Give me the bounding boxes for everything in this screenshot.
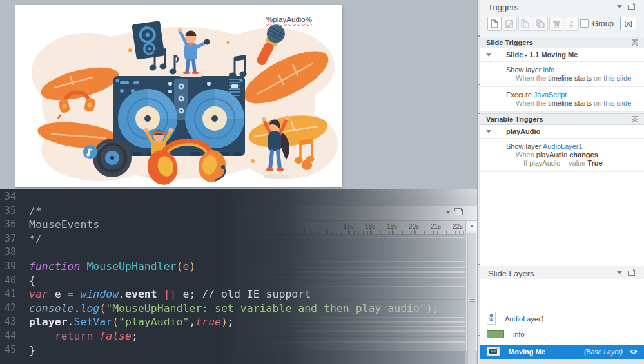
layer-thumbnail (487, 347, 500, 356)
turntable-left (118, 89, 177, 148)
line-number: 34 (0, 190, 19, 204)
variable-trigger-group-row[interactable]: playAudio (480, 125, 644, 139)
code-line[interactable]: 43player.SetVar("playAudio",true); (0, 315, 477, 329)
code-lines: 3435/*36MouseEvents37*/3839function Mous… (0, 190, 477, 357)
line-number: 36 (0, 218, 19, 232)
trigger-item[interactable]: Show layer AudioLayer1When playAudio cha… (480, 139, 644, 172)
trigger-item[interactable]: Execute JavaScriptWhen the timeline star… (480, 87, 644, 112)
chevron-down-icon[interactable] (617, 271, 622, 274)
code-line[interactable]: 37*/ (0, 232, 477, 246)
line-number: 41 (0, 287, 19, 302)
trigger-item[interactable]: Show layer infoWhen the timeline starts … (480, 62, 644, 87)
trigger-text: playAudio (529, 159, 560, 167)
trigger-text: on (592, 74, 603, 82)
layer-name: info (513, 330, 525, 338)
code-line[interactable]: 45} (0, 343, 477, 358)
trigger-text: changes (569, 151, 598, 158)
trigger-text: When (516, 151, 536, 158)
code-line[interactable]: 38 (0, 245, 477, 260)
float-panel-icon[interactable] (628, 4, 635, 10)
code-line[interactable]: 44 return false; (0, 329, 477, 343)
layer-thumbnail (487, 330, 504, 338)
storyline-app: %playAudio% 17s18s19s20s21s22s (0, 0, 644, 364)
collapse-all-icon[interactable] (631, 39, 638, 46)
line-number: 40 (0, 274, 19, 288)
trigger-link[interactable]: this slide (603, 74, 631, 82)
slide-trigger-group-row[interactable]: Slide - 1.1 Moving Me (480, 48, 644, 62)
trigger-text: If (523, 159, 529, 167)
layer-name: Moving Me (509, 348, 545, 356)
group-checkbox-label: Group (592, 19, 614, 28)
slide-stage: %playAudio% 17s18s19s20s21s22s (0, 0, 480, 364)
line-number: 44 (0, 329, 19, 343)
javascript-editor[interactable]: 3435/*36MouseEvents37*/3839function Mous… (0, 189, 477, 364)
trigger-text: When the (516, 74, 548, 82)
triggers-panel-title: Triggers (488, 3, 518, 12)
copy-trigger-button[interactable] (518, 17, 532, 31)
slide-triggers-section-header[interactable]: Slide Triggers (480, 37, 644, 48)
layer-row-audiolayer1[interactable]: AudioLayer1 (480, 311, 644, 327)
paste-trigger-button[interactable] (534, 17, 548, 31)
reorder-trigger-button[interactable] (565, 17, 579, 31)
collapse-triangle-icon[interactable] (486, 53, 491, 57)
line-number: 39 (0, 260, 19, 274)
code-line[interactable]: 39function MouseUpHandler(e) (0, 260, 477, 274)
trigger-text: When the (516, 99, 548, 107)
code-line[interactable]: 35/* (0, 204, 477, 218)
new-trigger-button[interactable] (487, 17, 502, 31)
trigger-link[interactable]: JavaScript (534, 91, 567, 99)
layer-thumbnail (487, 312, 496, 325)
trigger-text: Show layer (506, 66, 543, 73)
trigger-text: Show layer (506, 142, 543, 150)
triggers-panel-header: Triggers (480, 0, 644, 14)
trigger-text: = value (561, 159, 588, 167)
trigger-link[interactable]: this slide (603, 99, 631, 107)
layer-name: AudioLayer1 (505, 315, 545, 323)
layer-row-info[interactable]: info (480, 327, 644, 342)
layer-row-moving-me[interactable]: Moving Me(Base Layer) (480, 345, 644, 359)
trigger-link[interactable]: AudioLayer1 (543, 142, 583, 150)
code-line[interactable]: 42console.log("MouseUpHandler: set varia… (0, 302, 477, 316)
trigger-text: timeline starts (548, 74, 592, 82)
triggers-toolbar: Group [x] (480, 14, 644, 37)
line-number: 35 (0, 204, 19, 218)
code-line[interactable]: 40{ (0, 274, 477, 288)
code-line[interactable]: 34 (0, 190, 477, 204)
line-number: 38 (0, 245, 19, 260)
line-number: 43 (0, 315, 19, 329)
blue-note-badge (83, 145, 97, 159)
slide-layers-title: Slide Layers (488, 269, 534, 278)
code-line[interactable]: 41var e = window.event || e; // old IE s… (0, 287, 477, 302)
chevron-down-icon[interactable] (617, 5, 622, 8)
code-line[interactable]: 36MouseEvents (0, 218, 477, 232)
eye-icon[interactable] (629, 349, 638, 355)
slide-triggers-list: Show layer infoWhen the timeline starts … (480, 62, 644, 112)
trigger-text: playAudio (536, 151, 567, 158)
variable-triggers-list: Show layer AudioLayer1When playAudio cha… (480, 139, 644, 172)
manage-variables-button[interactable]: [x] (620, 17, 636, 30)
slide-layers-panel: Slide Layers AudioLayer1infoMoving Me(Ba… (480, 266, 644, 364)
slide-canvas[interactable]: %playAudio% (15, 5, 342, 187)
trigger-text: Execute (506, 91, 534, 99)
collapse-all-icon[interactable] (631, 116, 638, 123)
right-panel: Triggers (480, 0, 644, 364)
dj-mixer-illustration (15, 5, 342, 187)
line-number: 37 (0, 232, 19, 246)
trigger-text: True (587, 159, 602, 167)
trigger-link[interactable]: info (543, 66, 554, 73)
slide-layers-list: AudioLayer1infoMoving Me(Base Layer) (480, 279, 644, 359)
edit-trigger-button[interactable] (503, 17, 517, 31)
collapse-triangle-icon[interactable] (486, 130, 491, 133)
vinyl-record-icon (93, 139, 132, 177)
trigger-text: timeline starts (548, 99, 592, 107)
line-number: 42 (0, 302, 19, 316)
triggers-empty-area (480, 172, 644, 266)
base-layer-badge: (Base Layer) (584, 348, 623, 356)
speaker-icon (132, 21, 164, 60)
group-checkbox[interactable] (580, 19, 589, 28)
variable-reference-text[interactable]: %playAudio% (266, 15, 312, 23)
variable-triggers-section-header[interactable]: Variable Triggers (480, 113, 644, 125)
delete-trigger-button[interactable] (549, 17, 563, 31)
float-panel-icon[interactable] (628, 270, 635, 276)
trigger-text: on (592, 99, 603, 107)
